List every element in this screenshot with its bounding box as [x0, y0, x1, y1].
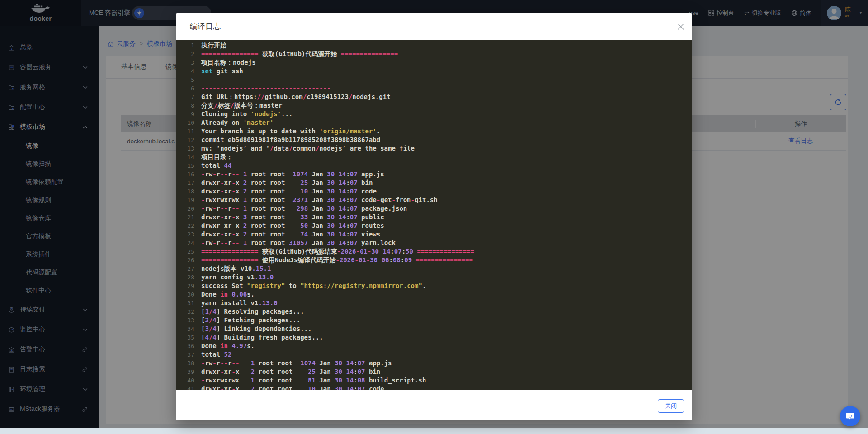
line-number: 37 — [176, 350, 194, 359]
log-text: drwxr-xr-x 2 root root 25 Jan 30 14:07 b… — [194, 179, 373, 187]
line-number: 27 — [176, 264, 194, 273]
log-text: success Set "registry" to "https://regis… — [194, 282, 426, 290]
log-line: 8分支/标签/版本号：master — [176, 101, 692, 110]
line-number: 22 — [176, 222, 194, 230]
log-text: Cloning into 'nodejs'... — [194, 110, 292, 118]
log-text: drwxr-xr-x 2 root root 10 Jan 30 14:07 c… — [194, 187, 377, 196]
log-line: 10Already on 'master' — [176, 118, 692, 127]
line-number: 20 — [176, 204, 194, 213]
log-line: 3项目名称：nodejs — [176, 58, 692, 67]
log-text: =============== 获取(GitHub)代码源开始 ========… — [194, 50, 398, 58]
log-line: 1执行开始 — [176, 41, 692, 50]
log-text: =============== 使用NodeJs编译代码开始-2026-01-3… — [194, 256, 473, 264]
log-text: [1/4] Resolving packages... — [194, 307, 304, 316]
log-text: 项目目录： — [194, 153, 233, 161]
line-number: 6 — [176, 84, 194, 93]
log-text: yarn install v1.13.0 — [194, 299, 278, 307]
log-line: 6---------------------------------- — [176, 84, 692, 93]
line-number: 12 — [176, 136, 194, 144]
line-number: 29 — [176, 282, 194, 290]
log-text: [3/4] Linking dependencies... — [194, 325, 311, 333]
line-number: 24 — [176, 239, 194, 247]
log-line: 14项目目录： — [176, 153, 692, 161]
line-number: 35 — [176, 333, 194, 342]
log-line: 7Git URL：https://github.com/c1989415123/… — [176, 93, 692, 101]
line-number: 7 — [176, 93, 194, 101]
log-line: 23drwxr-xr-x 2 root root 74 Jan 30 14:07… — [176, 230, 692, 239]
log-text: drwxr-xr-x 2 root root 10 Jan 30 14:07 c… — [194, 385, 384, 390]
line-number: 14 — [176, 153, 194, 161]
line-number: 28 — [176, 273, 194, 282]
log-line: 37total 52 — [176, 350, 692, 359]
log-line: 2=============== 获取(GitHub)代码源开始 =======… — [176, 50, 692, 58]
log-line: 34[3/4] Linking dependencies... — [176, 325, 692, 333]
line-number: 33 — [176, 316, 194, 325]
log-text: -rwxrwxrwx 1 root root 2371 Jan 30 14:07… — [194, 196, 438, 204]
log-text: Done in 0.06s. — [194, 290, 255, 299]
log-line: 27nodejs版本 v10.15.1 — [176, 264, 692, 273]
close-icon[interactable] — [676, 22, 685, 31]
log-line: 33[2/4] Fetching packages... — [176, 316, 692, 325]
line-number: 38 — [176, 359, 194, 368]
line-number: 17 — [176, 179, 194, 187]
log-text: 分支/标签/版本号：master — [194, 101, 282, 110]
log-text: drwxr-xr-x 3 root root 33 Jan 30 14:07 p… — [194, 213, 384, 222]
log-line: 40-rwxrwxrwx 1 root root 81 Jan 30 14:08… — [176, 376, 692, 385]
log-line: 21drwxr-xr-x 3 root root 33 Jan 30 14:07… — [176, 213, 692, 222]
log-line: 39drwxr-xr-x 2 root root 25 Jan 30 14:07… — [176, 368, 692, 376]
log-line: 20-rw-r--r-- 1 root root 298 Jan 30 14:0… — [176, 204, 692, 213]
log-line: 28yarn config v1.13.0 — [176, 273, 692, 282]
line-number: 16 — [176, 170, 194, 179]
log-text: [2/4] Fetching packages... — [194, 316, 300, 325]
line-number: 36 — [176, 342, 194, 350]
line-number: 15 — [176, 161, 194, 170]
log-line: 26=============== 使用NodeJs编译代码开始-2026-01… — [176, 256, 692, 264]
log-line: 4set git ssh — [176, 67, 692, 75]
log-line: 22drwxr-xr-x 2 root root 50 Jan 30 14:07… — [176, 222, 692, 230]
log-line: 5---------------------------------- — [176, 75, 692, 84]
close-button[interactable]: 关闭 — [658, 399, 684, 413]
log-text: drwxr-xr-x 2 root root 25 Jan 30 14:07 b… — [194, 368, 380, 376]
log-line: 19-rwxrwxrwx 1 root root 2371 Jan 30 14:… — [176, 196, 692, 204]
line-number: 4 — [176, 67, 194, 75]
log-line: 9Cloning into 'nodejs'... — [176, 110, 692, 118]
line-number: 1 — [176, 41, 194, 50]
log-line: 25=============== 获取(GitHub)代码源结束-2026-0… — [176, 247, 692, 256]
log-line: 11Your branch is up to date with 'origin… — [176, 127, 692, 136]
line-number: 19 — [176, 196, 194, 204]
page-footer-strip — [0, 428, 868, 434]
log-text: -rw-r--r-- 1 root root 31057 Jan 30 14:0… — [194, 239, 396, 247]
log-line: 13mv: ‘nodejs’ and ‘/data/common/nodejs’… — [176, 144, 692, 153]
app-root: docker MCE 容器引擎 ▼ nse — [0, 0, 868, 434]
log-line: 31yarn install v1.13.0 — [176, 299, 692, 307]
log-line: 30Done in 0.06s. — [176, 290, 692, 299]
log-text: -rw-r--r-- 1 root root 1074 Jan 30 14:07… — [194, 170, 384, 179]
dialog-title: 编译日志 — [190, 21, 221, 32]
log-text: total 44 — [194, 161, 231, 170]
line-number: 31 — [176, 299, 194, 307]
log-text: mv: ‘nodejs’ and ‘/data/common/nodejs’ a… — [194, 144, 415, 153]
log-text: Your branch is up to date with 'origin/m… — [194, 127, 380, 136]
log-text: yarn config v1.13.0 — [194, 273, 274, 282]
log-text: [4/4] Building fresh packages... — [194, 333, 323, 342]
log-text: commit eb5d8091981f8a9b1178985208f3898b3… — [194, 136, 380, 144]
line-number: 23 — [176, 230, 194, 239]
line-number: 18 — [176, 187, 194, 196]
line-number: 5 — [176, 75, 194, 84]
support-chat-button[interactable] — [840, 406, 860, 426]
log-line: 15total 44 — [176, 161, 692, 170]
line-number: 9 — [176, 110, 194, 118]
log-line: 32[1/4] Resolving packages... — [176, 307, 692, 316]
line-number: 25 — [176, 247, 194, 256]
log-text: Done in 4.97s. — [194, 342, 255, 350]
log-text: set git ssh — [194, 67, 243, 75]
log-line: 38-rw-r--r-- 1 root root 1074 Jan 30 14:… — [176, 359, 692, 368]
line-number: 39 — [176, 368, 194, 376]
line-number: 13 — [176, 144, 194, 153]
line-number: 30 — [176, 290, 194, 299]
log-text: 项目名称：nodejs — [194, 58, 256, 67]
log-viewer[interactable]: 1执行开始2=============== 获取(GitHub)代码源开始 ==… — [176, 40, 692, 390]
log-line: 29success Set "registry" to "https://reg… — [176, 282, 692, 290]
log-line: 16-rw-r--r-- 1 root root 1074 Jan 30 14:… — [176, 170, 692, 179]
line-number: 2 — [176, 50, 194, 58]
